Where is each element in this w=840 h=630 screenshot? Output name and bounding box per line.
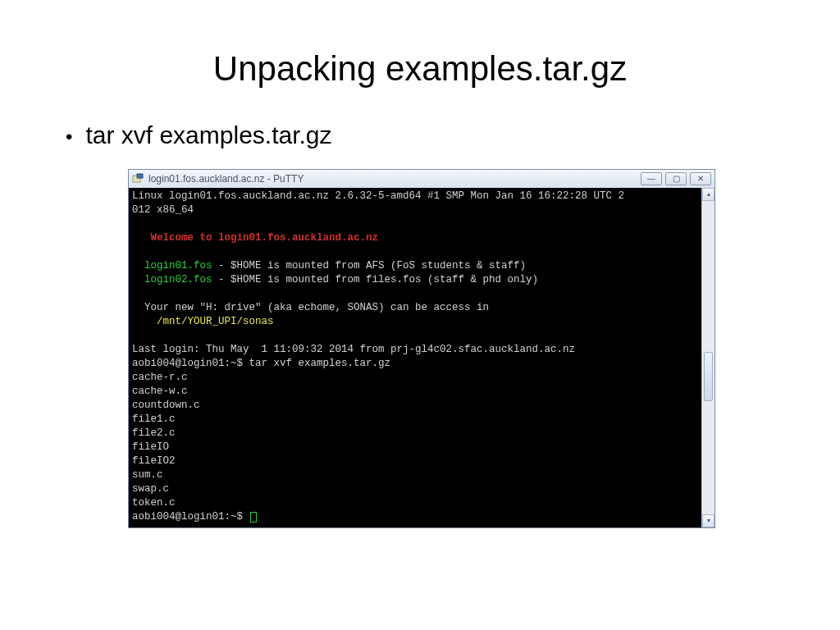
host-name: login01.fos	[144, 260, 212, 272]
window-body: Linux login01.fos.auckland.ac.nz 2.6.32-…	[129, 188, 714, 527]
terminal-line: fileIO	[132, 441, 169, 453]
scrollbar[interactable]: ▴ ▾	[701, 188, 714, 527]
terminal-line: file1.c	[132, 413, 176, 425]
putty-app-icon	[132, 173, 144, 185]
terminal-line: token.c	[132, 497, 176, 509]
terminal-line: Welcome to login01.fos.auckland.ac.nz	[132, 232, 378, 244]
sonas-path: /mnt/YOUR_UPI/sonas	[157, 316, 274, 327]
shell-command: tar xvf examples.tar.gz	[249, 358, 391, 369]
host-name: login02.fos	[144, 274, 212, 285]
svg-rect-1	[137, 174, 143, 178]
terminal-line: sum.c	[132, 469, 163, 481]
terminal-line: /mnt/YOUR_UPI/sonas	[132, 316, 274, 327]
window-controls: — ▢ ✕	[641, 172, 711, 185]
terminal-line: swap.c	[132, 483, 169, 495]
cursor-icon	[250, 512, 257, 523]
minimize-button[interactable]: —	[641, 172, 662, 185]
putty-window: login01.fos.auckland.ac.nz - PuTTY — ▢ ✕…	[128, 169, 715, 528]
terminal-line: file2.c	[132, 427, 176, 439]
terminal-line: login02.fos - $HOME is mounted from file…	[132, 274, 538, 285]
scroll-down-button[interactable]: ▾	[702, 514, 714, 527]
terminal-line: cache-r.c	[132, 372, 188, 383]
terminal-line: login01.fos - $HOME is mounted from AFS …	[132, 260, 526, 272]
terminal-line: fileIO2	[132, 455, 176, 467]
shell-prompt: aobi004@login01:~$	[132, 511, 249, 523]
scroll-up-button[interactable]: ▴	[702, 188, 714, 201]
terminal-line: countdown.c	[132, 399, 200, 411]
welcome-banner: Welcome to login01.fos.auckland.ac.nz	[151, 232, 379, 244]
shell-prompt: aobi004@login01:~$	[132, 358, 249, 369]
terminal-line: aobi004@login01:~$ tar xvf examples.tar.…	[132, 358, 390, 369]
bullet-text: tar xvf examples.tar.gz	[85, 121, 331, 149]
terminal-line: Linux login01.fos.auckland.ac.nz 2.6.32-…	[132, 190, 624, 202]
bullet-item: • tar xvf examples.tar.gz	[66, 121, 840, 149]
terminal-line: Your new "H: drive" (aka echome, SONAS) …	[132, 302, 489, 313]
terminal-line: cache-w.c	[132, 386, 188, 397]
window-title: login01.fos.auckland.ac.nz - PuTTY	[148, 173, 636, 185]
close-button[interactable]: ✕	[690, 172, 711, 185]
scroll-thumb[interactable]	[704, 352, 713, 401]
bullet-dot-icon: •	[66, 127, 72, 147]
terminal-output[interactable]: Linux login01.fos.auckland.ac.nz 2.6.32-…	[129, 188, 701, 527]
terminal-line: Last login: Thu May 1 11:09:32 2014 from…	[132, 344, 575, 355]
terminal-line: 012 x86_64	[132, 204, 194, 216]
maximize-button[interactable]: ▢	[665, 172, 687, 185]
terminal-line: aobi004@login01:~$	[132, 511, 257, 523]
window-titlebar: login01.fos.auckland.ac.nz - PuTTY — ▢ ✕	[129, 170, 714, 188]
slide-title: Unpacking examples.tar.gz	[0, 49, 840, 89]
